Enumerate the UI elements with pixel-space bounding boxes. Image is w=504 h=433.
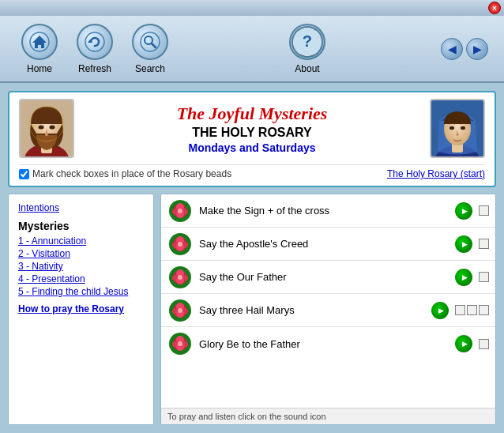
mystery-3-link[interactable]: 3 - Nativity (18, 261, 144, 272)
title-cursive: The Joyful Mysteries (82, 104, 422, 124)
play-button[interactable] (455, 335, 472, 352)
checkbox-group (479, 205, 489, 216)
checkbox-group (479, 339, 489, 349)
home-label: Home (27, 63, 52, 74)
mystery-2-link[interactable]: 2 - Visitation (18, 248, 144, 259)
svg-point-43 (178, 275, 182, 280)
rosary-start-link[interactable]: The Holy Rosary (start) (387, 168, 485, 179)
play-button[interactable] (455, 202, 472, 220)
bead-checkbox[interactable] (479, 205, 489, 216)
svg-point-57 (178, 341, 182, 346)
mystery-4-link[interactable]: 4 - Presentation (18, 273, 144, 284)
title-subtitle: Mondays and Saturdays (82, 141, 422, 154)
about-icon: ? (289, 24, 325, 60)
prayer-footer: To pray and listen click on the sound ic… (161, 408, 495, 424)
mark-checkbox[interactable] (19, 169, 29, 179)
close-button[interactable]: × (488, 2, 501, 14)
refresh-toolbar-item[interactable]: Refresh (71, 24, 118, 74)
svg-text:?: ? (303, 32, 312, 50)
title-bold: THE HOLY ROSARY (82, 126, 422, 140)
sidebar: Intentions Mysteries 1 - Annunciation 2 … (8, 194, 154, 425)
how-to-pray-link[interactable]: How to pray the Rosary (18, 303, 144, 314)
header-text: The Joyful Mysteries THE HOLY ROSARY Mon… (74, 104, 430, 154)
svg-point-29 (178, 209, 182, 213)
mysteries-heading: Mysteries (18, 220, 144, 232)
search-toolbar-item[interactable]: Search (126, 24, 174, 74)
toolbar: Home Refresh Search ? (0, 16, 504, 83)
prayer-item: Say the Our Father (161, 261, 495, 294)
play-button[interactable] (455, 269, 472, 286)
checkbox-group (479, 239, 489, 249)
checkbox-group (455, 305, 489, 315)
mystery-1-link[interactable]: 1 - Annunciation (18, 235, 144, 247)
bead-checkbox[interactable] (479, 272, 489, 282)
mary-avatar (430, 99, 485, 158)
jesus-avatar (19, 99, 74, 158)
nav-back-button[interactable]: ◀ (441, 38, 463, 60)
search-label: Search (135, 63, 165, 74)
svg-point-2 (85, 32, 104, 51)
play-button[interactable] (455, 235, 472, 253)
checkbox-group (479, 272, 489, 282)
footer-instruction: To pray and listen click on the sound ic… (167, 412, 326, 421)
prayer-text: Say the Apostle's Creed (199, 238, 449, 250)
home-icon (21, 24, 58, 60)
svg-point-4 (141, 32, 160, 51)
checkbox-label: Mark check boxes in place of the Rosary … (19, 168, 231, 179)
about-toolbar-item[interactable]: ? About (284, 24, 331, 74)
bead-checkbox[interactable] (479, 305, 489, 315)
prayer-item: Glory Be to the Father (161, 327, 495, 360)
prayer-text: Make the Sign + of the cross (199, 205, 449, 216)
bead-checkbox[interactable] (467, 305, 477, 315)
header-top: The Joyful Mysteries THE HOLY ROSARY Mon… (19, 99, 485, 158)
svg-line-6 (152, 43, 156, 47)
svg-point-21 (449, 126, 454, 129)
nav-forward-button[interactable]: ▶ (466, 38, 488, 60)
refresh-icon (77, 24, 113, 60)
main-content: The Joyful Mysteries THE HOLY ROSARY Mon… (0, 83, 504, 433)
bead-checkbox[interactable] (455, 305, 465, 315)
title-bar: × (0, 0, 504, 16)
svg-marker-1 (32, 36, 47, 48)
about-label: About (295, 63, 319, 74)
header-card: The Joyful Mysteries THE HOLY ROSARY Mon… (8, 91, 496, 187)
rose-icon (167, 298, 193, 323)
content-row: Intentions Mysteries 1 - Annunciation 2 … (8, 194, 496, 425)
prayer-list: Make the Sign + of the cross Say the Apo… (160, 194, 496, 425)
bead-checkbox[interactable] (479, 239, 489, 249)
rose-icon (167, 265, 193, 290)
svg-point-15 (50, 125, 55, 129)
rose-icon (167, 198, 193, 224)
header-bottom: Mark check boxes in place of the Rosary … (19, 164, 485, 179)
prayer-text: Say the Our Father (199, 271, 449, 283)
svg-point-22 (461, 126, 465, 129)
prayer-text: Glory Be to the Father (199, 338, 449, 350)
bead-checkbox[interactable] (479, 339, 489, 349)
svg-point-14 (39, 125, 44, 129)
rose-icon (167, 331, 193, 356)
prayer-item: Say three Hail Marys (161, 294, 495, 327)
refresh-label: Refresh (78, 63, 111, 74)
checkbox-text: Mark check boxes in place of the Rosary … (32, 168, 231, 179)
rose-icon (167, 232, 193, 257)
svg-point-50 (178, 308, 182, 313)
intentions-link[interactable]: Intentions (18, 202, 144, 213)
prayer-item: Say the Apostle's Creed (161, 228, 495, 261)
prayer-item: Make the Sign + of the cross (161, 194, 495, 228)
svg-point-36 (178, 242, 182, 247)
home-toolbar-item[interactable]: Home (16, 24, 63, 74)
mystery-5-link[interactable]: 5 - Finding the child Jesus (18, 286, 144, 297)
prayer-text: Say three Hail Marys (199, 304, 425, 316)
nav-arrows: ◀ ▶ (441, 38, 488, 60)
search-icon (132, 24, 168, 60)
play-button[interactable] (431, 302, 449, 319)
